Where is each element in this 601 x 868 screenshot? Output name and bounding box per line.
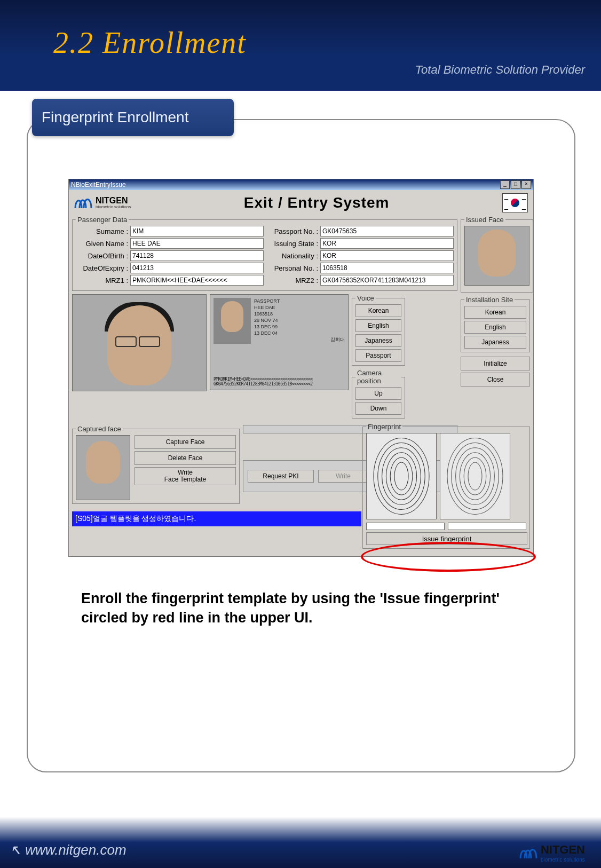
captured-face-thumb — [76, 435, 130, 500]
capture-face-button[interactable]: Capture Face — [135, 435, 236, 449]
svg-point-1 — [378, 443, 425, 510]
section-badge: Fingerprint Enrollment — [32, 99, 234, 136]
instruction-text: Enroll the fingerprint template by using… — [49, 589, 553, 628]
mrz2-input[interactable] — [320, 275, 454, 286]
titlebar: NBioExitEntryIssue _ □ × — [69, 179, 533, 190]
live-camera — [72, 294, 207, 391]
passenger-data-legend: Passenger Data — [76, 216, 129, 224]
passenger-data-group: Passenger Data Surname : Given Name : Da… — [72, 216, 457, 291]
camera-legend: Camera position — [355, 369, 401, 385]
delete-face-button[interactable]: Delete Face — [135, 451, 236, 465]
maximize-button[interactable]: □ — [511, 180, 520, 189]
passport-scan: PASSPORT HEE DAE 1063518 28 NOV 74 13 DE… — [210, 294, 349, 390]
brand-sub: biometric solutions — [96, 204, 131, 209]
initialize-button[interactable]: Initialize — [461, 357, 530, 370]
write-button[interactable]: Write — [318, 470, 368, 483]
panel-inner: NBioExitEntryIssue _ □ × — [28, 120, 574, 628]
svg-point-9 — [460, 453, 490, 500]
passport-photo — [213, 298, 251, 344]
content-area: Fingerprint Enrollment NBioExitEntryIssu… — [27, 99, 574, 777]
fingerprint-legend: Fingerprint — [366, 423, 402, 431]
status-bar: [S05]얼굴 템플릿을 생성하였습니다. — [72, 511, 361, 526]
page-title: 2.2 Enrollment — [53, 26, 247, 60]
fp-progress-2 — [448, 523, 526, 530]
svg-point-10 — [464, 457, 486, 495]
fingerprint-image-2 — [440, 433, 510, 519]
mrz2-label: MRZ2 : — [266, 277, 318, 285]
footer-logo-icon — [519, 847, 537, 859]
fp-progress-1 — [366, 523, 445, 530]
install-japanese-button[interactable]: Japaness — [464, 336, 526, 349]
close-button[interactable]: Close — [461, 373, 530, 386]
personal-input[interactable] — [320, 263, 454, 273]
nat-input[interactable] — [320, 250, 454, 261]
footer-brand: NITGEN — [541, 843, 585, 857]
tagline: Total Biometric Solution Provider — [415, 63, 585, 77]
fingerprint-image-1 — [366, 433, 437, 519]
app-window: NBioExitEntryIssue _ □ × — [68, 179, 534, 557]
svg-point-2 — [382, 448, 421, 505]
flag-icon: ⚊⚊ ⚊⚊ — [502, 193, 528, 212]
camera-position-group: Camera position Up Down — [352, 369, 405, 419]
red-highlight-circle — [361, 542, 536, 572]
panel: NBioExitEntryIssue _ □ × — [27, 119, 575, 772]
passno-input[interactable] — [320, 226, 454, 236]
footer-logo: NITGEN biometric solutions — [519, 843, 585, 863]
dob-input[interactable] — [130, 250, 264, 261]
camera-area: PASSPORT HEE DAE 1063518 28 NOV 74 13 DE… — [72, 294, 457, 422]
fingerprint-group: Fingerprint — [362, 423, 530, 549]
footer: ↖ www.nitgen.com NITGEN biometric soluti… — [0, 804, 601, 868]
camera-up-button[interactable]: Up — [355, 387, 401, 400]
issued-face-legend: Issued Face — [464, 216, 505, 224]
cursor-icon: ↖ — [10, 842, 21, 858]
brand-logo-icon — [74, 196, 92, 209]
page: 2.2 Enrollment Total Biometric Solution … — [0, 0, 601, 868]
footer-brand-sub: biometric solutions — [541, 857, 585, 863]
install-english-button[interactable]: English — [464, 321, 526, 334]
issuing-input[interactable] — [320, 238, 454, 249]
doe-label: DateOfExpiry : — [76, 264, 128, 272]
window-buttons: _ □ × — [500, 180, 531, 189]
given-label: Given Name : — [76, 240, 128, 248]
issue-fingerprint-button[interactable]: Issue fingerprint — [366, 532, 527, 545]
fingerprint-row: Fingerprint — [69, 530, 533, 556]
voice-japanese-button[interactable]: Japaness — [355, 334, 401, 347]
surname-input[interactable] — [130, 226, 264, 236]
mrz1-label: MRZ1 : — [76, 277, 128, 285]
brand-logo: NITGEN biometric solutions — [74, 196, 131, 209]
voice-korean-button[interactable]: Korean — [355, 304, 401, 317]
given-input[interactable] — [130, 238, 264, 249]
svg-point-3 — [386, 453, 416, 500]
minimize-button[interactable]: _ — [500, 180, 510, 189]
personal-label: Personal No. : — [266, 264, 318, 272]
passport-mrz: PMKORKIM<HEE<DAE<<<<<<<<<<<<<<<<<<<<<<<<… — [213, 377, 345, 386]
svg-point-11 — [468, 462, 482, 490]
close-window-button[interactable]: × — [521, 180, 531, 189]
install-site-group: Installation Site Korean English Japanes… — [461, 296, 530, 352]
install-legend: Installation Site — [464, 296, 515, 304]
nat-label: Nationality : — [266, 252, 318, 260]
brand-name: NITGEN — [96, 197, 131, 204]
footer-url: ↖ www.nitgen.com — [10, 842, 126, 858]
voice-legend: Voice — [355, 294, 376, 302]
mrz1-input[interactable] — [130, 275, 264, 286]
svg-point-7 — [452, 443, 499, 510]
voice-english-button[interactable]: English — [355, 319, 401, 332]
voice-camera-col: Voice Korean English Japaness Passport — [352, 294, 405, 422]
issuing-label: Issuing State : — [266, 240, 318, 248]
issued-face-image — [464, 226, 529, 286]
write-face-template-button[interactable]: Write Face Template — [135, 467, 236, 485]
issued-face-group: Issued Face — [461, 216, 533, 293]
dob-label: DateOfBirth : — [76, 252, 128, 260]
svg-point-5 — [394, 462, 408, 490]
install-korean-button[interactable]: Korean — [464, 306, 526, 319]
voice-group: Voice Korean English Japaness Passport — [352, 294, 405, 366]
app-header: NITGEN biometric solutions Exit / Entry … — [69, 190, 533, 216]
surname-label: Surname : — [76, 227, 128, 235]
request-pki-button[interactable]: Request PKI — [248, 470, 314, 483]
doe-input[interactable] — [130, 263, 264, 273]
svg-point-8 — [456, 448, 495, 505]
camera-down-button[interactable]: Down — [355, 402, 401, 415]
svg-point-4 — [390, 457, 413, 495]
voice-passport-button[interactable]: Passport — [355, 349, 401, 362]
